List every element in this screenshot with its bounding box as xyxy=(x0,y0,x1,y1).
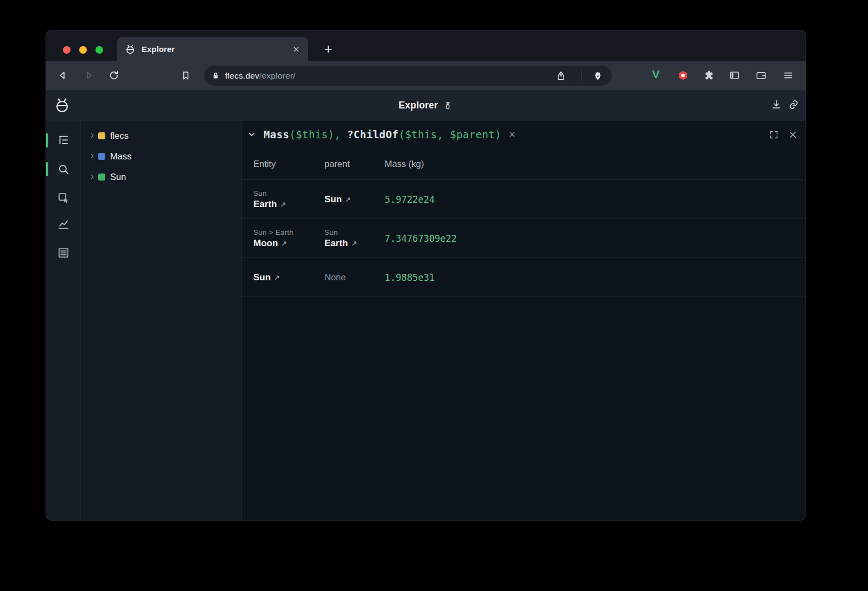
browser-tab-explorer[interactable]: Explorer xyxy=(117,37,308,61)
mass-value: 1.9885e31 xyxy=(385,272,802,283)
url-path: /explorer/ xyxy=(259,71,296,81)
external-link-icon: ↗ xyxy=(345,195,350,203)
share-link-icon[interactable] xyxy=(787,98,800,111)
query-input[interactable]: Mass($this), ?ChildOf($this, $parent) xyxy=(264,129,501,140)
active-indicator-tree xyxy=(46,133,48,147)
menu-hamburger-icon[interactable] xyxy=(782,69,795,82)
parent-name: Sun xyxy=(324,194,342,205)
forward-button[interactable] xyxy=(82,69,95,82)
vue-badge: V xyxy=(652,68,660,81)
tree-item-label: Mass xyxy=(110,151,131,162)
wallet-icon[interactable] xyxy=(755,69,768,82)
table-row: Sun > Earth Moon↗ Sun Earth↗ 7.34767309e… xyxy=(242,219,806,258)
entity-name: Sun xyxy=(253,272,271,283)
column-header-mass: Mass (kg) xyxy=(385,159,806,169)
fullscreen-icon[interactable] xyxy=(769,130,779,140)
chevron-right-icon[interactable] xyxy=(88,132,96,139)
results-table-header: Entity parent Mass (kg) xyxy=(242,148,806,180)
mass-cell: 5.9722e24 xyxy=(385,190,806,209)
statistics-icon[interactable] xyxy=(56,216,71,232)
entity-link[interactable]: Moon↗ xyxy=(253,238,321,249)
mass-cell: 1.9885e31 xyxy=(385,268,806,287)
entity-color-swatch xyxy=(98,153,105,160)
entity-link[interactable]: Sun↗ xyxy=(253,272,321,283)
table-row: Sun Earth↗ Sun↗ 5.9722e24 xyxy=(242,180,806,219)
entity-name: Earth xyxy=(253,199,277,210)
tree-item-label: Sun xyxy=(110,172,126,182)
maximize-window-button[interactable] xyxy=(95,46,103,54)
mass-cell: 7.34767309e22 xyxy=(385,229,806,248)
browser-toolbar: flecs.dev/explorer/ V xyxy=(46,61,806,90)
query-search-icon[interactable] xyxy=(56,162,71,177)
query-variables: ($this), xyxy=(289,129,347,140)
parent-name: Earth xyxy=(324,238,348,249)
back-button[interactable] xyxy=(56,69,69,82)
page-title-wrap: Explorer xyxy=(46,90,806,121)
entity-parent-path: Sun > Earth xyxy=(253,228,321,236)
column-header-entity: Entity xyxy=(253,159,324,169)
parent-none-value: None xyxy=(324,272,381,282)
tree-item-mass[interactable]: Mass xyxy=(81,146,241,166)
mass-value: 5.9722e24 xyxy=(385,194,802,205)
bookmark-icon[interactable] xyxy=(179,69,192,82)
share-icon[interactable] xyxy=(556,70,566,81)
sidebar-toggle-icon[interactable] xyxy=(728,69,741,82)
parent-cell: Sun↗ xyxy=(324,190,385,209)
query-results-panel: Mass($this), ?ChildOf($this, $parent) En… xyxy=(242,121,806,520)
entity-cell: Sun > Earth Moon↗ xyxy=(253,224,324,253)
entity-color-swatch xyxy=(98,132,105,139)
parent-cell: Sun Earth↗ xyxy=(324,224,385,253)
vue-devtools-extension-icon[interactable]: V xyxy=(649,68,662,81)
external-link-icon: ↗ xyxy=(351,239,356,247)
tree-item-flecs[interactable]: flecs xyxy=(81,125,241,146)
entity-link[interactable]: Earth↗ xyxy=(253,199,321,210)
connection-status-icon[interactable] xyxy=(443,100,453,111)
extensions-puzzle-icon[interactable] xyxy=(703,69,716,82)
lock-icon xyxy=(211,71,220,80)
tab-strip: Explorer + xyxy=(46,30,806,61)
entity-cell: Sun Earth↗ xyxy=(253,185,324,214)
chevron-right-icon[interactable] xyxy=(88,173,96,181)
inspector-icon[interactable] xyxy=(56,190,71,205)
column-header-parent: parent xyxy=(324,159,385,169)
parent-link[interactable]: Earth↗ xyxy=(324,238,381,249)
external-link-icon: ↗ xyxy=(281,239,286,247)
tree-item-label: flecs xyxy=(110,131,129,141)
chevron-right-icon[interactable] xyxy=(88,152,96,160)
table-row: Sun↗ None 1.9885e31 xyxy=(242,258,806,297)
new-tab-button[interactable]: + xyxy=(318,39,338,59)
brave-shields-icon[interactable] xyxy=(592,70,603,81)
parent-link[interactable]: Sun↗ xyxy=(324,194,381,205)
browser-window: Explorer + xyxy=(46,30,806,521)
minimize-window-button[interactable] xyxy=(79,46,87,54)
external-link-icon: ↗ xyxy=(280,200,285,208)
tool-sidebar xyxy=(46,121,81,520)
url-domain: flecs.dev xyxy=(225,71,259,81)
parent-cell: None xyxy=(324,268,385,287)
query-term: Mass xyxy=(264,129,289,140)
explorer-main: flecs Mass Sun xyxy=(46,121,806,520)
explorer-header: Explorer xyxy=(46,90,806,121)
clear-query-icon[interactable] xyxy=(508,130,516,139)
window-controls xyxy=(63,46,103,54)
reload-button[interactable] xyxy=(107,69,120,82)
tab-close-icon[interactable] xyxy=(292,45,301,54)
rewards-hexagon-extension-icon[interactable] xyxy=(676,69,690,82)
entity-parent-path: Sun xyxy=(253,189,321,197)
entity-color-swatch xyxy=(98,174,105,181)
close-panel-icon[interactable] xyxy=(788,130,798,140)
query-term: ?ChildOf xyxy=(347,129,399,140)
entity-name: Moon xyxy=(253,238,278,249)
query-variables: ($this, $parent) xyxy=(399,129,501,140)
download-icon[interactable] xyxy=(770,98,783,111)
close-window-button[interactable] xyxy=(63,46,71,54)
chevron-down-icon[interactable] xyxy=(246,129,257,140)
address-bar[interactable]: flecs.dev/explorer/ xyxy=(204,66,612,86)
parent-parent-path: Sun xyxy=(324,228,381,236)
journal-icon[interactable] xyxy=(56,245,71,260)
flecs-favicon xyxy=(125,44,136,55)
header-actions xyxy=(770,98,800,111)
tree-item-sun[interactable]: Sun xyxy=(81,166,241,187)
tree-view-icon[interactable] xyxy=(56,133,71,148)
page-title: Explorer xyxy=(399,100,438,111)
